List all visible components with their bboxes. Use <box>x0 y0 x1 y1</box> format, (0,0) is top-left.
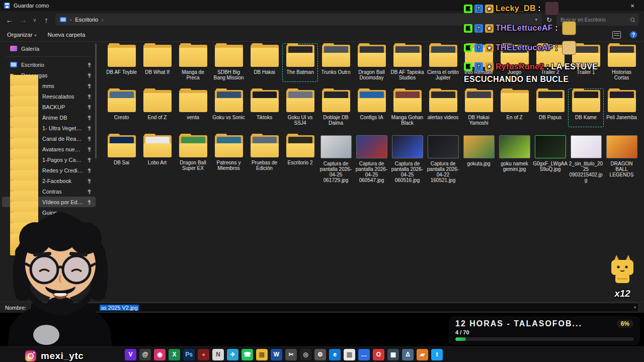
folder-icon <box>429 45 457 67</box>
grid-folder-escritorio-2[interactable]: Escritorio 2 <box>282 134 318 185</box>
taskbar-icon-remote-desktop[interactable]: ▦ <box>387 349 399 360</box>
filename-input[interactable]: as 2025 V2.jpg ▾ <box>30 303 639 312</box>
grid-folder-tiktoks[interactable]: Tiktoks <box>247 88 282 127</box>
organize-button[interactable]: Organizar▾ <box>7 32 37 38</box>
item-label: DB Sai <box>114 160 129 165</box>
sidebar-item-escritorio[interactable]: Escritorio <box>2 59 96 70</box>
grid-folder-db-sai[interactable]: DB Sai <box>104 134 139 185</box>
grid-file-g0gxf-lwgaas9uq-jpg[interactable]: G0gxF_LWgAAS9uQ.jpg <box>532 134 568 185</box>
kick-badge-icon: K <box>464 62 472 71</box>
taskbar-icon-balance[interactable]: Δ <box>402 349 414 360</box>
grid-folder-goku-ui-vs-ssj4[interactable]: Goku UI vs SSJ4 <box>282 88 318 127</box>
sidebar-item-label: 1- Ultra Vegetto God Killer <box>42 125 83 131</box>
file-thumbnail <box>356 135 387 158</box>
progress-count: 4 / 70 <box>455 329 633 335</box>
grid-folder-patreons-y-miembros[interactable]: Patreons y Miembros <box>211 134 247 185</box>
folder-icon <box>286 90 314 112</box>
pin-icon[interactable] <box>87 168 92 173</box>
grid-folder-venta[interactable]: venta <box>175 88 211 127</box>
grid-folder-sdbh-big-bang-mission[interactable]: SDBH Big Bang Mission <box>211 43 247 82</box>
grid-folder-cierra-el-ortito-jupiter[interactable]: Cierra el ortito Jupiter <box>425 43 461 82</box>
taskbar-icon-edge[interactable]: e <box>329 349 341 360</box>
grid-folder-end-of-z[interactable]: End of Z <box>139 88 175 127</box>
pin-icon[interactable] <box>87 115 92 120</box>
grid-file-goku-namek-gemini-jpg[interactable]: goku namek gemini.jpg <box>497 134 532 185</box>
forward-button[interactable]: → <box>19 16 28 24</box>
taskbar-icon-whatsapp[interactable]: ☎ <box>242 349 253 360</box>
grid-file-captura-de-pantalla-2026-04-25-060516-jpg[interactable]: Captura de pantalla 2026-04-25 060516.jp… <box>389 134 425 185</box>
taskbar-icon-snip[interactable]: ✂ <box>285 349 297 360</box>
sidebar-item-label: mms <box>42 83 83 89</box>
taskbar-icon-word[interactable]: W <box>271 349 282 360</box>
grid-file-captura-de-pantalla-2026-04-25-060547-jpg[interactable]: Captura de pantalla 2026-04-25 060547.jp… <box>354 134 389 185</box>
pin-icon[interactable] <box>87 157 92 162</box>
recent-locations-chevron-icon[interactable]: ∨ <box>32 17 37 23</box>
pin-icon[interactable] <box>87 62 92 67</box>
new-folder-button[interactable]: Nueva carpeta <box>48 32 86 38</box>
sidebar-item-label: Avatares nuevos <box>42 146 83 152</box>
taskbar-icon-vivaldi[interactable]: V <box>125 349 136 360</box>
grid-folder-doblaje-db-daima[interactable]: Doblaje DB Daima <box>318 88 354 127</box>
sidebar-item-galer-a[interactable]: Galería <box>2 43 96 54</box>
pin-icon[interactable] <box>87 83 92 88</box>
grid-folder-manga-gohan-black[interactable]: Manga Gohan Black <box>389 88 425 127</box>
pin-icon[interactable] <box>87 94 92 99</box>
grid-folder-db-papus[interactable]: DB Papus <box>532 88 568 127</box>
back-button[interactable]: ← <box>5 16 14 24</box>
breadcrumb[interactable]: Escritorio <box>75 17 98 23</box>
grid-folder-configs-ia[interactable]: Configs IA <box>354 88 389 127</box>
grid-folder-db-af-toyble[interactable]: DB AF Toyble <box>104 43 139 82</box>
grid-folder-goku-vs-sonic[interactable]: Goku vs Sonic <box>211 88 247 127</box>
taskbar-icon-telegram[interactable]: ✈ <box>227 349 238 360</box>
grid-file-dragon-ball-legends[interactable]: DRAGON BALL LEGENDS <box>604 134 639 185</box>
grid-folder-peli-janemba[interactable]: Peli Janemba <box>604 88 639 127</box>
grid-file-captura-de-pantalla-2026-04-22-160521-jpg[interactable]: Captura de pantalla 2026-04-22 160521.jp… <box>425 134 461 185</box>
pin-icon[interactable] <box>87 147 92 152</box>
pin-icon[interactable] <box>87 105 92 110</box>
grid-folder-dragon-ball-doomsday[interactable]: Dragon Ball Doomsday <box>354 43 389 82</box>
grid-folder-dragon-ball-super-ex[interactable]: Dragon Ball Super EX <box>175 134 211 185</box>
grid-folder-the-batman[interactable]: The Batman <box>282 43 318 82</box>
pin-icon[interactable] <box>87 73 92 78</box>
grid-folder-db-hakai[interactable]: DB Hakai <box>247 43 282 82</box>
taskbar-icon-photoshop[interactable]: Ps <box>183 349 195 360</box>
grid-folder-trunks-outro[interactable]: Trunks Outro <box>318 43 354 82</box>
grid-file-gokuta-jpg[interactable]: gokuta.jpg <box>461 134 497 185</box>
grid-folder-alertas-videos[interactable]: alertas videos <box>425 88 461 127</box>
filename-dropdown-icon[interactable]: ▾ <box>634 305 636 310</box>
grid-folder-db-what-if[interactable]: DB What If <box>139 43 175 82</box>
grid-file-2-sin-titulo-2025-0903215402-jpg[interactable]: 2_sin_titulo_2025 0903215402.jpg <box>568 134 604 185</box>
taskbar-icon-camera[interactable]: ◎ <box>300 349 311 360</box>
taskbar-icon-recorder[interactable]: ● <box>198 349 209 360</box>
grid-folder-lobo-art[interactable]: Lobo Art <box>139 134 175 185</box>
sidebar-scrollbar[interactable] <box>95 43 97 159</box>
taskbar-icon-file-explorer[interactable]: ▤ <box>256 349 268 360</box>
taskbar-icon-twitter[interactable]: t <box>431 349 443 360</box>
taskbar-icon-mail[interactable]: @ <box>139 349 151 360</box>
taskbar-icon-settings[interactable]: ⚙ <box>314 349 326 360</box>
item-label: alertas videos <box>428 115 459 120</box>
grid-folder-db-af-tapioka-studios[interactable]: DB AF Tapioka Studios <box>389 43 425 82</box>
folder-icon <box>358 90 386 112</box>
taskbar-icon-library[interactable]: ▥ <box>344 349 355 360</box>
taskbar-icon-messenger[interactable]: … <box>358 349 370 360</box>
grid-folder-pruebas-de-edici-n[interactable]: Pruebas de Edición <box>247 134 282 185</box>
emote-icon <box>562 21 576 35</box>
taskbar-icon-notepad[interactable]: N <box>212 349 224 360</box>
taskbar-icon-files-orange[interactable]: ▰ <box>417 349 428 360</box>
taskbar-icon-excel[interactable]: X <box>169 349 180 360</box>
grid-folder-cresto[interactable]: Cresto <box>104 88 139 127</box>
grid-file-captura-de-pantalla-2026-04-25-061729-jpg[interactable]: Captura de pantalla 2026-04-25 061729.jp… <box>318 134 354 185</box>
up-button[interactable]: ↑ <box>42 16 51 24</box>
grid-folder-db-hakai-yamoshi[interactable]: DB Hakai Yamoshi <box>461 88 497 127</box>
pin-icon[interactable] <box>87 126 92 131</box>
taskbar-icon-instagram[interactable]: ◉ <box>154 349 166 360</box>
pin-icon[interactable] <box>87 189 92 194</box>
pin-icon[interactable] <box>87 136 92 141</box>
grid-folder-db-kame[interactable]: DB Kame <box>568 88 604 127</box>
pin-icon[interactable] <box>87 178 92 184</box>
progress-track <box>455 337 633 341</box>
taskbar-icon-opera-gx[interactable]: O <box>373 349 384 360</box>
grid-folder-manga-de-preca[interactable]: Manga de Preca <box>175 43 211 82</box>
grid-folder-en-of-z[interactable]: En of Z <box>497 88 532 127</box>
